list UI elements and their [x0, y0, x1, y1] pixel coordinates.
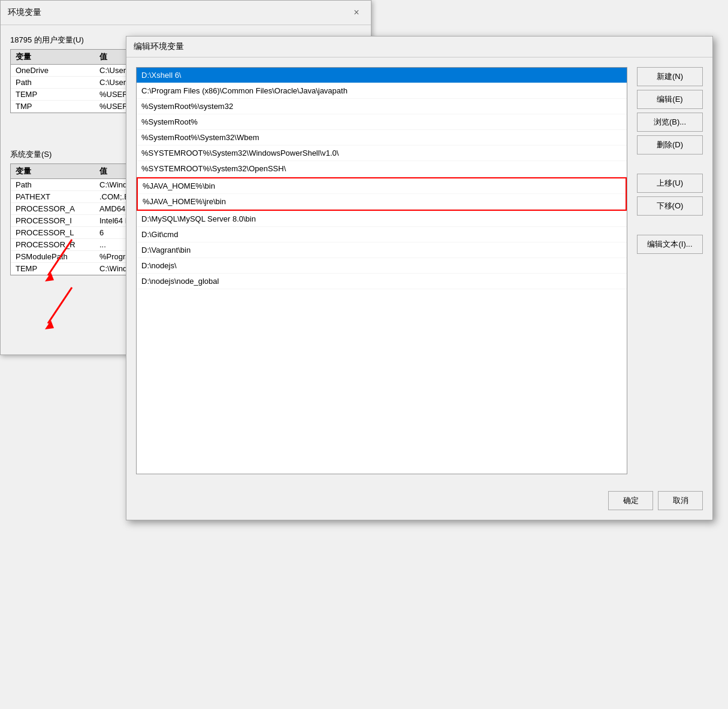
list-item[interactable]: %SystemRoot%\System32\Wbem — [137, 130, 627, 146]
list-item[interactable]: D:\nodejs\node_global — [137, 274, 627, 289]
list-item[interactable]: %JAVA_HOME%\bin — [138, 178, 626, 194]
list-item[interactable]: %SystemRoot%\system32 — [137, 99, 627, 114]
move-down-button[interactable]: 下移(O) — [637, 196, 703, 216]
edit-dialog-title: 编辑环境变量 — [134, 41, 184, 52]
button-spacer — [637, 158, 703, 170]
list-item[interactable]: %SystemRoot% — [137, 114, 627, 130]
list-item[interactable]: D:\Xshell 6\ — [137, 68, 627, 83]
edit-path-button[interactable]: 编辑(E) — [637, 90, 703, 109]
env-dialog-close-button[interactable]: × — [349, 5, 364, 20]
list-item[interactable]: C:\Program Files (x86)\Common Files\Orac… — [137, 83, 627, 99]
button-spacer2 — [637, 219, 703, 231]
list-item[interactable]: D:\Git\cmd — [137, 227, 627, 243]
list-item[interactable]: D:\nodejs\ — [137, 258, 627, 274]
list-item[interactable]: D:\MySQL\MySQL Server 8.0\bin — [137, 211, 627, 227]
env-dialog-title: 环境变量 — [8, 7, 41, 18]
user-vars-col-name: 变量 — [16, 51, 99, 62]
list-item[interactable]: %SYSTEMROOT%\System32\WindowsPowerShell\… — [137, 146, 627, 161]
path-list[interactable]: D:\Xshell 6\ C:\Program Files (x86)\Comm… — [136, 67, 627, 474]
move-up-button[interactable]: 上移(U) — [637, 174, 703, 193]
list-item[interactable]: %JAVA_HOME%\jre\bin — [138, 194, 626, 210]
new-path-button[interactable]: 新建(N) — [637, 67, 703, 86]
delete-path-button[interactable]: 删除(D) — [637, 135, 703, 154]
highlighted-path-group: %JAVA_HOME%\bin %JAVA_HOME%\jre\bin — [137, 177, 627, 211]
edit-dialog-bottom-buttons: 确定 取消 — [126, 484, 712, 520]
edit-path-buttons: 新建(N) 编辑(E) 浏览(B)... 删除(D) 上移(U) 下移(O) 编… — [637, 67, 703, 474]
edit-text-button[interactable]: 编辑文本(I)... — [637, 235, 703, 254]
edit-ok-button[interactable]: 确定 — [608, 491, 653, 510]
edit-dialog-titlebar: 编辑环境变量 — [126, 37, 712, 57]
edit-env-dialog: 编辑环境变量 D:\Xshell 6\ C:\Program Files (x8… — [126, 36, 713, 520]
list-item[interactable]: %SYSTEMROOT%\System32\OpenSSH\ — [137, 161, 627, 177]
browse-path-button[interactable]: 浏览(B)... — [637, 113, 703, 132]
env-dialog-titlebar: 环境变量 × — [1, 1, 371, 25]
list-item[interactable]: D:\Vagrant\bin — [137, 243, 627, 258]
edit-cancel-button[interactable]: 取消 — [658, 491, 703, 510]
edit-dialog-body: D:\Xshell 6\ C:\Program Files (x86)\Comm… — [126, 57, 712, 484]
